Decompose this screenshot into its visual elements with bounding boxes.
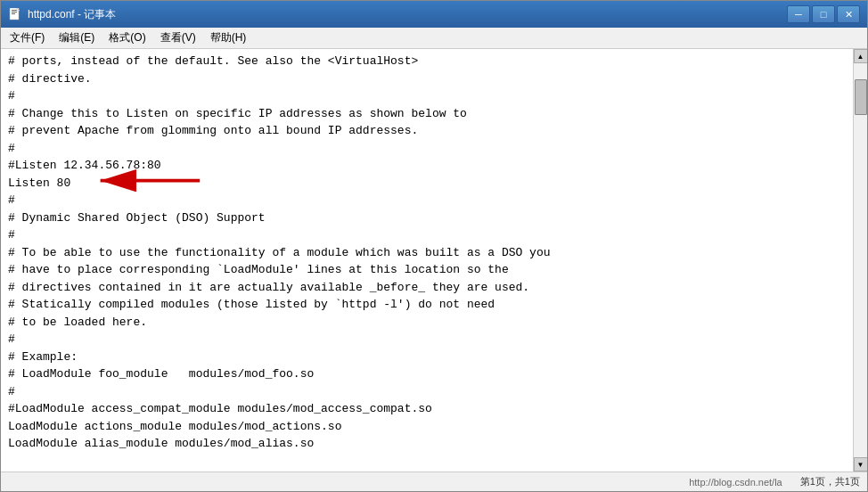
maximize-button[interactable]: □ bbox=[812, 5, 835, 23]
svg-rect-2 bbox=[12, 12, 17, 12]
menu-format[interactable]: 格式(O) bbox=[102, 29, 152, 47]
minimize-button[interactable]: ─ bbox=[787, 5, 810, 23]
scroll-down-button[interactable]: ▼ bbox=[854, 457, 868, 472]
title-bar: httpd.conf - 记事本 ─ □ ✕ bbox=[1, 1, 867, 28]
status-url: http://blog.csdn.net/la bbox=[689, 477, 782, 488]
editor-area: # ports, instead of the default. See als… bbox=[1, 49, 867, 472]
editor-content[interactable]: # ports, instead of the default. See als… bbox=[1, 49, 853, 472]
menu-file[interactable]: 文件(F) bbox=[3, 29, 52, 47]
menu-bar: 文件(F) 编辑(E) 格式(O) 查看(V) 帮助(H) bbox=[1, 28, 867, 49]
status-page: 第1页，共1页 bbox=[800, 475, 860, 488]
close-button[interactable]: ✕ bbox=[837, 5, 860, 23]
app-icon bbox=[8, 7, 22, 21]
vertical-scrollbar[interactable]: ▲ ▼ bbox=[853, 49, 867, 472]
scroll-thumb[interactable] bbox=[855, 79, 867, 115]
window-title: httpd.conf - 记事本 bbox=[28, 7, 787, 22]
status-bar: http://blog.csdn.net/la 第1页，共1页 bbox=[1, 472, 867, 491]
menu-help[interactable]: 帮助(H) bbox=[203, 29, 254, 47]
menu-edit[interactable]: 编辑(E) bbox=[52, 29, 102, 47]
scroll-up-button[interactable]: ▲ bbox=[854, 49, 868, 63]
svg-rect-1 bbox=[12, 10, 17, 11]
main-window: httpd.conf - 记事本 ─ □ ✕ 文件(F) 编辑(E) 格式(O)… bbox=[0, 0, 868, 492]
svg-rect-3 bbox=[12, 13, 15, 14]
window-controls: ─ □ ✕ bbox=[787, 5, 860, 23]
menu-view[interactable]: 查看(V) bbox=[153, 29, 203, 47]
